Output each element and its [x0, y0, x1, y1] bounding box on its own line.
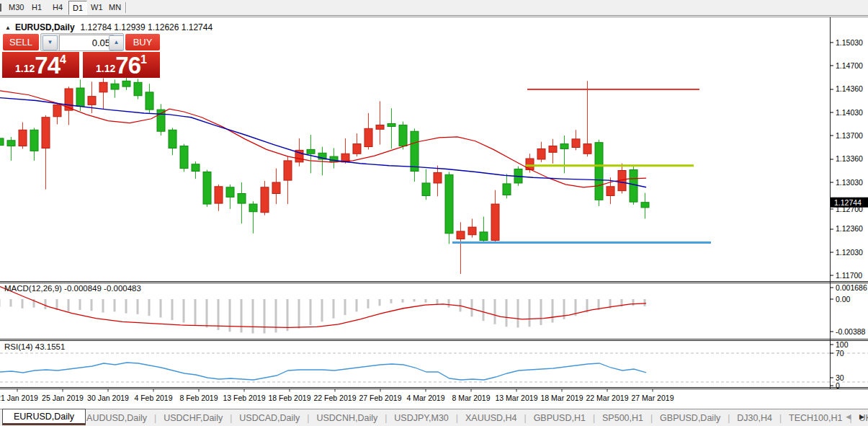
svg-text:27 Mar 2019: 27 Mar 2019	[632, 394, 674, 402]
chart-tab-bar: EURUSD,DailyAUDUSD,Daily|USDCHF,Daily|US…	[0, 409, 868, 426]
macd-pane	[0, 287, 646, 334]
svg-text:1.14030: 1.14030	[836, 108, 863, 117]
volume-group: ▼ ▲	[40, 33, 124, 51]
chart-tab-eurusd-daily[interactable]: EURUSD,Daily	[2, 409, 86, 425]
tab-scroll-right-icon[interactable]: ▶	[859, 413, 864, 420]
bid-price-box[interactable]: 1.12744	[2, 52, 79, 78]
svg-text:100: 100	[836, 340, 849, 349]
svg-text:1.12030: 1.12030	[836, 248, 863, 257]
bid-price-pip: 4	[60, 53, 66, 66]
timeframe-button-m30[interactable]: M30	[9, 3, 24, 12]
toolbar-separator	[125, 2, 127, 13]
ask-price-main: 76	[115, 52, 140, 79]
svg-text:18 Mar 2019: 18 Mar 2019	[541, 394, 583, 402]
bid-price-main: 74	[35, 52, 60, 79]
svg-text:0.001686: 0.001686	[836, 283, 867, 292]
svg-text:4 Feb 2019: 4 Feb 2019	[134, 394, 172, 402]
svg-text:1.12360: 1.12360	[836, 224, 863, 233]
volume-input[interactable]	[59, 35, 114, 51]
macd-indicator-label: MACD(12,26,9) -0.000849 -0.000483	[4, 284, 141, 293]
collapse-arrow-icon[interactable]: ▲	[5, 25, 11, 31]
rsi-pane	[0, 353, 868, 382]
chart-tab-usdjpy-m30[interactable]: USDJPY,M30	[393, 413, 449, 423]
volume-increase-button[interactable]: ▲	[109, 35, 124, 50]
timeframe-button-mn[interactable]: MN	[109, 3, 121, 12]
current-price-value: 1.12744	[834, 198, 862, 207]
chart-tab-gbpusd-daily[interactable]: GBPUSD,Daily	[659, 413, 721, 423]
ask-price-pip: 1	[140, 53, 147, 66]
chart-tab-usdcad-daily[interactable]: USDCAD,Daily	[238, 413, 300, 423]
svg-text:1.13360: 1.13360	[836, 154, 863, 163]
tab-separator: |	[593, 413, 595, 423]
chart-tab-usdcnh-daily[interactable]: USDCNH,Daily	[316, 413, 378, 423]
tab-separator: |	[456, 413, 458, 423]
main-price-pane	[0, 78, 711, 275]
chart-tab-tech100-h1[interactable]: TECH100,H1	[788, 413, 843, 423]
bid-price-prefix: 1.12	[15, 63, 35, 74]
svg-text:30 Jan 2019: 30 Jan 2019	[87, 394, 129, 402]
svg-text:0.00: 0.00	[836, 295, 851, 303]
svg-text:8 Feb 2019: 8 Feb 2019	[179, 394, 218, 402]
sell-button[interactable]: SELL	[3, 34, 39, 50]
one-click-trading-panel: SELL ▼ ▲ BUY 1.12744 1.12761	[2, 33, 161, 78]
tab-separator: |	[154, 413, 156, 423]
svg-text:13 Feb 2019: 13 Feb 2019	[223, 394, 266, 402]
chart-tab-usdchf-daily[interactable]: USDCHF,Daily	[163, 413, 223, 423]
toolbar-groove	[0, 17, 868, 17]
svg-text:21 Jan 2019: 21 Jan 2019	[0, 394, 38, 402]
svg-text:22 Feb 2019: 22 Feb 2019	[314, 394, 357, 402]
svg-text:1.14360: 1.14360	[836, 84, 863, 93]
volume-decrease-button[interactable]: ▼	[42, 35, 58, 50]
tab-separator: |	[230, 413, 232, 423]
date-axis[interactable]: 21 Jan 201925 Jan 201930 Jan 20194 Feb 2…	[0, 389, 674, 402]
svg-text:1.13030: 1.13030	[836, 178, 863, 187]
timeframe-button-h1[interactable]: H1	[32, 3, 42, 12]
svg-text:18 Feb 2019: 18 Feb 2019	[269, 394, 311, 402]
tab-separator: |	[779, 413, 782, 423]
svg-text:13 Mar 2019: 13 Mar 2019	[496, 394, 538, 402]
svg-text:27 Feb 2019: 27 Feb 2019	[359, 394, 402, 402]
rsi-indicator-label: RSI(14) 43.1551	[4, 342, 65, 351]
chart-tab-dj30-h4[interactable]: DJ30,H4	[736, 413, 773, 423]
tab-separator: |	[728, 413, 730, 423]
tab-scroll-left-icon[interactable]: ◀	[846, 413, 851, 420]
ask-price-box[interactable]: 1.12761	[83, 52, 160, 78]
rsi-line	[0, 363, 646, 380]
svg-text:-0.00388: -0.00388	[836, 327, 866, 336]
chart-title: ▲EURUSD,Daily1.12784 1.12939 1.12626 1.1…	[5, 22, 212, 32]
mt4-window: { "toolbar": { "timeframes": [ {"label":…	[0, 0, 868, 426]
tab-separator: |	[650, 413, 653, 423]
svg-text:25 Jan 2019: 25 Jan 2019	[42, 394, 84, 402]
timeframe-button-h4[interactable]: H4	[53, 3, 63, 12]
svg-text:22 Mar 2019: 22 Mar 2019	[586, 394, 629, 402]
ohlc-values: 1.12784 1.12939 1.12626 1.12744	[81, 22, 213, 32]
timeframe-button-d1[interactable]: D1	[68, 1, 87, 15]
ask-price-prefix: 1.12	[96, 63, 115, 74]
svg-text:1.14700: 1.14700	[836, 61, 863, 70]
timeframe-toolbar: M30H1H4D1W1MN	[0, 0, 868, 16]
svg-text:4 Mar 2019: 4 Mar 2019	[406, 394, 444, 402]
chart-tab-gbpusd-h1[interactable]: GBPUSD,H1	[533, 413, 586, 423]
svg-text:1.11700: 1.11700	[836, 271, 862, 280]
svg-text:70: 70	[836, 349, 844, 358]
tab-separator: |	[385, 413, 387, 423]
buy-button[interactable]: BUY	[125, 34, 160, 50]
chart-tab-xauusd-h4[interactable]: XAUUSD,H4	[465, 413, 518, 423]
chart-tab-sp500-h1[interactable]: SP500,H1	[601, 413, 644, 423]
svg-text:0: 0	[836, 381, 840, 390]
ma-blue-line	[0, 98, 646, 187]
svg-text:1.13700: 1.13700	[836, 131, 863, 140]
chart-tab-audusd-daily[interactable]: AUDUSD,Daily	[86, 413, 148, 423]
timeframe-button-w1[interactable]: W1	[91, 3, 103, 12]
clipped-timeframe-fragment	[0, 4, 1, 12]
tab-separator: |	[307, 413, 309, 423]
tab-scroll-arrows: ◀▶	[846, 413, 864, 420]
svg-text:1.15030: 1.15030	[836, 38, 863, 47]
svg-text:8 Mar 2019: 8 Mar 2019	[452, 394, 490, 402]
candles-layer	[0, 78, 649, 275]
tab-separator: |	[524, 413, 527, 423]
symbol-period-label: EURUSD,Daily	[15, 22, 75, 32]
ma-red-line	[0, 91, 646, 187]
price-axis[interactable]: 1.150301.147001.143601.140301.137001.133…	[830, 38, 868, 390]
